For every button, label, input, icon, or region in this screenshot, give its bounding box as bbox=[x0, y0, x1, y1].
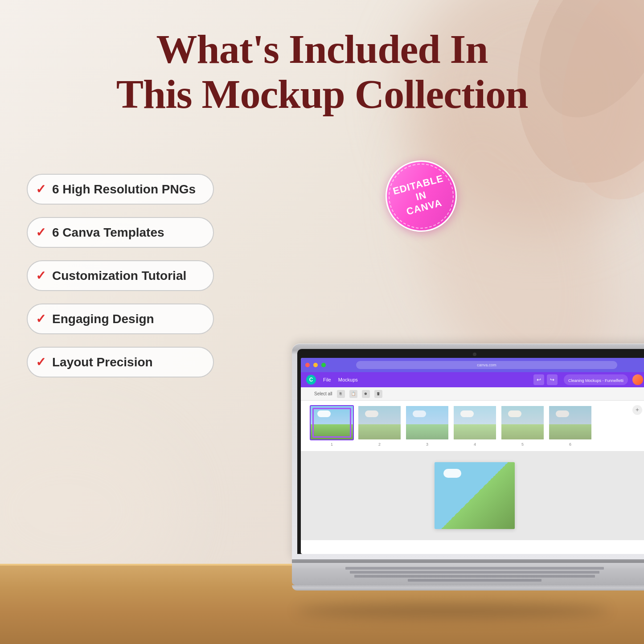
key-row-4 bbox=[408, 579, 541, 582]
minimize-dot bbox=[313, 363, 318, 367]
feature-item-5: ✓ Layout Precision bbox=[27, 347, 214, 377]
key-row-3 bbox=[354, 575, 595, 578]
feature-label-5: Layout Precision bbox=[52, 355, 153, 369]
user-avatar bbox=[632, 374, 643, 385]
thumb-wrapper-3[interactable] bbox=[405, 405, 449, 440]
thumbnail-5[interactable] bbox=[501, 406, 544, 439]
check-icon-3: ✓ bbox=[36, 268, 46, 283]
canva-nav-mockups[interactable]: Mockups bbox=[338, 377, 358, 382]
thumb-num-5: 5 bbox=[521, 442, 524, 447]
keyboard-keys-1 bbox=[345, 567, 604, 570]
delete-icon[interactable]: 🗑 bbox=[374, 390, 382, 398]
screen-bezel: canva.com C File Mockups ↩ bbox=[297, 349, 644, 554]
thumbnail-4[interactable] bbox=[454, 406, 496, 439]
thumbnail-6[interactable] bbox=[549, 406, 591, 439]
redo-button[interactable]: ↪ bbox=[547, 374, 558, 385]
thumb-container-6[interactable]: 6 bbox=[548, 405, 592, 447]
copy-icon[interactable]: ⎘ bbox=[337, 390, 345, 398]
feature-pill-5: ✓ Layout Precision bbox=[27, 347, 214, 377]
key-row-2 bbox=[350, 571, 599, 574]
badge-circle: EDITABLE IN CANVA bbox=[377, 152, 465, 240]
undo-button[interactable]: ↩ bbox=[533, 374, 544, 385]
canva-logo-icon: C bbox=[306, 375, 316, 385]
laptop-screen: canva.com C File Mockups ↩ bbox=[301, 358, 644, 554]
feature-item-3: ✓ Customization Tutorial bbox=[27, 260, 214, 291]
thumb-num-6: 6 bbox=[569, 442, 571, 447]
check-icon-2: ✓ bbox=[36, 225, 46, 240]
webcam bbox=[473, 353, 476, 356]
thumb-wrapper-2[interactable] bbox=[357, 405, 402, 440]
laptop-body: canva.com C File Mockups ↩ bbox=[292, 344, 644, 591]
keyboard-keys-3 bbox=[354, 575, 595, 578]
maximize-dot bbox=[321, 363, 326, 367]
url-text: canva.com bbox=[477, 363, 496, 367]
feature-label-2: 6 Canva Templates bbox=[52, 226, 164, 240]
check-icon-1: ✓ bbox=[36, 182, 46, 197]
thumb-wrapper-5[interactable] bbox=[500, 405, 545, 440]
key-row-1 bbox=[345, 567, 604, 570]
title-section: What's Included In This Mockup Collectio… bbox=[0, 27, 644, 117]
duplicate-icon[interactable]: ⊕ bbox=[362, 390, 370, 398]
feature-pill-3: ✓ Customization Tutorial bbox=[27, 260, 214, 291]
browser-toolbar: canva.com bbox=[301, 358, 644, 372]
share-settings: Cleaning Mockups - Funnelfetti bbox=[564, 374, 628, 385]
feature-pill-4: ✓ Engaging Design bbox=[27, 304, 214, 334]
laptop-hinge bbox=[292, 559, 644, 563]
laptop-shadow bbox=[296, 604, 608, 617]
feature-label-1: 6 High Resolution PNGs bbox=[52, 182, 196, 197]
feature-item-4: ✓ Engaging Design bbox=[27, 304, 214, 334]
thumb-wrapper-4[interactable] bbox=[453, 405, 497, 440]
title-line2: This Mockup Collection bbox=[116, 71, 528, 117]
feature-pill-2: ✓ 6 Canva Templates bbox=[27, 217, 214, 248]
thumbnail-1[interactable] bbox=[311, 406, 353, 439]
keyboard-keys-2 bbox=[350, 571, 599, 574]
keyboard-rows bbox=[345, 567, 604, 582]
features-list: ✓ 6 High Resolution PNGs ✓ 6 Canva Templ… bbox=[27, 174, 214, 377]
url-bar[interactable]: canva.com bbox=[356, 361, 617, 369]
canva-doc-title: Cleaning Mockups - Funnelfetti bbox=[568, 378, 623, 383]
feature-item-2: ✓ 6 Canva Templates bbox=[27, 217, 214, 248]
thumb-container-3[interactable]: 3 bbox=[405, 405, 449, 447]
thumb-container-5[interactable]: 5 bbox=[500, 405, 545, 447]
title-line1: What's Included In bbox=[156, 26, 488, 72]
add-slide-button[interactable]: + bbox=[632, 405, 642, 415]
paste-icon[interactable]: 📋 bbox=[349, 390, 357, 398]
laptop-lid: canva.com C File Mockups ↩ bbox=[292, 344, 644, 559]
thumb-wrapper-6[interactable] bbox=[548, 405, 592, 440]
canva-nav-file[interactable]: File bbox=[323, 377, 331, 382]
select-all-text[interactable]: Select all bbox=[314, 391, 332, 396]
page-title: What's Included In This Mockup Collectio… bbox=[0, 27, 644, 117]
laptop-keyboard bbox=[292, 563, 644, 585]
canva-canvas-area bbox=[301, 451, 644, 540]
thumb-container-1[interactable]: 1 bbox=[310, 405, 354, 447]
close-dot bbox=[305, 363, 310, 367]
feature-item-1: ✓ 6 High Resolution PNGs bbox=[27, 174, 214, 205]
feature-pill-1: ✓ 6 High Resolution PNGs bbox=[27, 174, 214, 205]
thumb-num-3: 3 bbox=[426, 442, 428, 447]
check-icon-5: ✓ bbox=[36, 355, 46, 369]
canvas-page bbox=[435, 462, 515, 529]
canva-menu-bar: C File Mockups ↩ ↪ Cleaning Mockups - Fu… bbox=[301, 372, 644, 387]
thumb-container-4[interactable]: 4 bbox=[453, 405, 497, 447]
thumb-container-2[interactable]: 2 bbox=[357, 405, 402, 447]
spacebar bbox=[408, 579, 541, 582]
laptop-bottom bbox=[292, 585, 644, 591]
thumb-num-4: 4 bbox=[474, 442, 476, 447]
thumbnail-3[interactable] bbox=[406, 406, 448, 439]
check-icon-4: ✓ bbox=[36, 312, 46, 326]
thumb-num-1: 1 bbox=[331, 442, 333, 447]
thumbnail-strip: 1 2 bbox=[301, 401, 644, 451]
select-all-bar: Select all ⎘ 📋 ⊕ 🗑 bbox=[301, 387, 644, 401]
thumb-wrapper-1[interactable] bbox=[310, 405, 354, 440]
thumbnail-2[interactable] bbox=[358, 406, 401, 439]
laptop-mockup: canva.com C File Mockups ↩ bbox=[292, 344, 644, 591]
feature-label-4: Engaging Design bbox=[52, 312, 154, 326]
badge-ring bbox=[381, 156, 461, 236]
feature-label-3: Customization Tutorial bbox=[52, 269, 186, 283]
thumb-num-2: 2 bbox=[378, 442, 381, 447]
editable-badge: EDITABLE IN CANVA bbox=[386, 160, 457, 232]
